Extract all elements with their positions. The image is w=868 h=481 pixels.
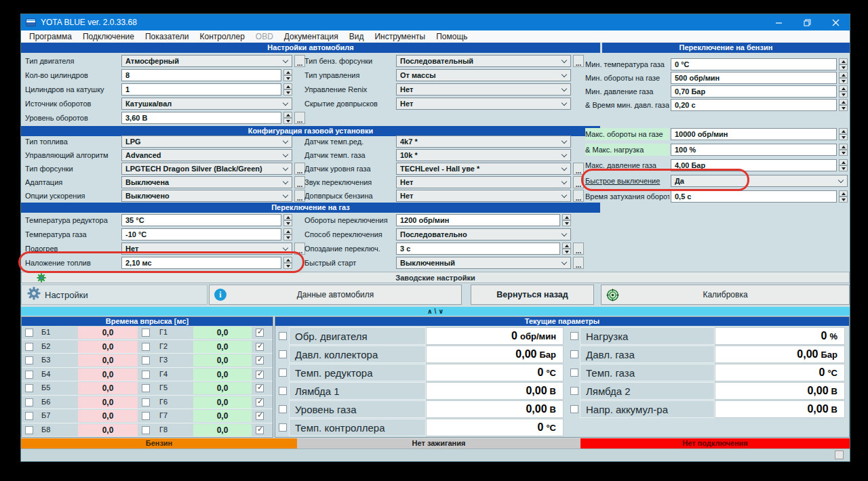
more-options-button[interactable]: ... [294, 55, 305, 67]
param-checkbox[interactable] [570, 332, 578, 340]
combo-box[interactable]: Нет [396, 176, 571, 188]
more-options-button[interactable]: ... [573, 257, 584, 269]
param-checkbox[interactable] [279, 332, 287, 340]
spin-up-icon[interactable] [839, 85, 848, 91]
spin-up-icon[interactable] [283, 69, 292, 75]
spinner[interactable] [283, 257, 292, 269]
factory-settings-button[interactable]: Заводские настройки [21, 272, 850, 283]
menu-item[interactable]: Инструменты [369, 32, 431, 41]
injector-enabled-checkbox[interactable] [256, 412, 264, 420]
value-input[interactable]: 1200 обр/мин [396, 214, 560, 226]
gas-row-checkbox[interactable] [142, 384, 150, 392]
combo-box[interactable]: LPGTECH Dragon Silver (Black/Green) [121, 163, 292, 175]
injector-enabled-checkbox[interactable] [256, 398, 264, 406]
value-input[interactable]: 35 °C [121, 214, 281, 226]
combo-box[interactable]: Последовательный [396, 55, 571, 67]
more-options-button[interactable]: ... [294, 190, 305, 202]
injector-enabled-checkbox[interactable] [256, 329, 264, 337]
value-input[interactable]: 500 обр/мин [671, 72, 837, 84]
param-checkbox[interactable] [279, 387, 287, 395]
combo-box[interactable]: 4k7 * [396, 135, 571, 148]
combo-box[interactable]: Нет [396, 83, 571, 96]
param-checkbox[interactable] [570, 350, 578, 358]
value-input[interactable]: 3 с [396, 243, 560, 255]
spin-up-icon[interactable] [283, 83, 292, 89]
combo-box[interactable]: Нет [396, 98, 571, 110]
spin-up-icon[interactable] [839, 72, 848, 78]
petrol-row-checkbox[interactable] [25, 384, 33, 392]
menu-item[interactable]: Документация [279, 32, 344, 41]
gas-row-checkbox[interactable] [142, 343, 150, 351]
combo-box[interactable]: Нет [121, 243, 292, 255]
combo-box[interactable]: LPG [121, 135, 292, 148]
spin-up-icon[interactable] [839, 128, 848, 134]
injector-enabled-checkbox[interactable] [256, 343, 264, 351]
value-input[interactable]: 0,20 с [671, 99, 837, 111]
spinner[interactable] [839, 72, 848, 84]
calibration-button[interactable]: Калибровка [601, 285, 850, 305]
spinner[interactable] [839, 128, 848, 140]
back-button[interactable]: Вернуться назад [471, 285, 594, 305]
param-checkbox[interactable] [570, 405, 578, 413]
spinner[interactable] [283, 112, 292, 124]
menu-item[interactable]: OBD [250, 32, 279, 41]
resize-grip[interactable] [835, 451, 844, 459]
spin-down-icon[interactable] [283, 220, 292, 226]
spin-down-icon[interactable] [839, 134, 848, 140]
spinner[interactable] [562, 214, 571, 226]
spin-up-icon[interactable] [283, 112, 292, 118]
petrol-row-checkbox[interactable] [25, 398, 33, 406]
gas-row-checkbox[interactable] [142, 356, 150, 364]
more-options-button[interactable]: ... [573, 176, 584, 188]
menu-item[interactable]: Вид [344, 32, 370, 41]
injector-enabled-checkbox[interactable] [256, 371, 264, 379]
spinner[interactable] [283, 69, 292, 81]
spinner[interactable] [839, 144, 848, 156]
more-options-button[interactable]: ... [294, 112, 305, 124]
injector-enabled-checkbox[interactable] [256, 426, 264, 434]
combo-box[interactable]: Катушка/вал [121, 98, 292, 110]
value-input[interactable]: -10 °C [121, 228, 281, 240]
value-input[interactable]: 3,60 В [121, 112, 281, 124]
spin-down-icon[interactable] [283, 89, 292, 96]
combo-box[interactable]: От массы [396, 69, 571, 81]
restore-icon[interactable] [793, 14, 821, 30]
splitter-handle[interactable]: ∧ \ ∨ [21, 307, 850, 316]
spinner[interactable] [839, 190, 848, 203]
petrol-row-checkbox[interactable] [25, 356, 33, 364]
spin-down-icon[interactable] [839, 165, 848, 171]
spin-down-icon[interactable] [839, 78, 848, 84]
more-options-button[interactable]: ... [294, 163, 305, 175]
spin-down-icon[interactable] [283, 118, 292, 124]
value-input[interactable]: 4,00 Бар [671, 159, 837, 171]
spin-up-icon[interactable] [562, 214, 571, 220]
petrol-row-checkbox[interactable] [25, 343, 33, 351]
car-data-button[interactable]: i Данные автомобиля [209, 285, 462, 305]
spin-up-icon[interactable] [283, 214, 292, 220]
gas-row-checkbox[interactable] [142, 412, 150, 420]
param-checkbox[interactable] [279, 350, 287, 358]
spin-up-icon[interactable] [839, 58, 848, 64]
value-input[interactable]: 10000 обр/мин [671, 128, 837, 140]
value-input[interactable]: 0,70 Бар [671, 85, 837, 98]
spinner[interactable] [283, 214, 292, 226]
value-input[interactable]: 0,5 с [671, 190, 837, 203]
menu-item[interactable]: Показатели [140, 32, 195, 41]
petrol-row-checkbox[interactable] [25, 426, 33, 434]
spin-down-icon[interactable] [283, 234, 292, 240]
spin-down-icon[interactable] [839, 64, 848, 70]
spin-down-icon[interactable] [839, 150, 848, 156]
combo-box[interactable]: TECHLevel - Hall уве * [396, 163, 571, 175]
titlebar[interactable]: YOTA BLUE ver. 2.0.33.68 [21, 14, 850, 30]
combo-box[interactable]: Нет [396, 190, 571, 202]
injector-enabled-checkbox[interactable] [256, 384, 264, 392]
param-checkbox[interactable] [279, 369, 287, 377]
spinner[interactable] [283, 83, 292, 96]
more-options-button[interactable]: ... [294, 243, 305, 255]
minimize-icon[interactable] [764, 14, 793, 30]
spinner[interactable] [839, 58, 848, 70]
spin-up-icon[interactable] [562, 243, 571, 249]
menu-item[interactable]: Контроллер [195, 32, 250, 41]
more-options-button[interactable]: ... [573, 190, 584, 202]
more-options-button[interactable]: ... [573, 163, 584, 175]
